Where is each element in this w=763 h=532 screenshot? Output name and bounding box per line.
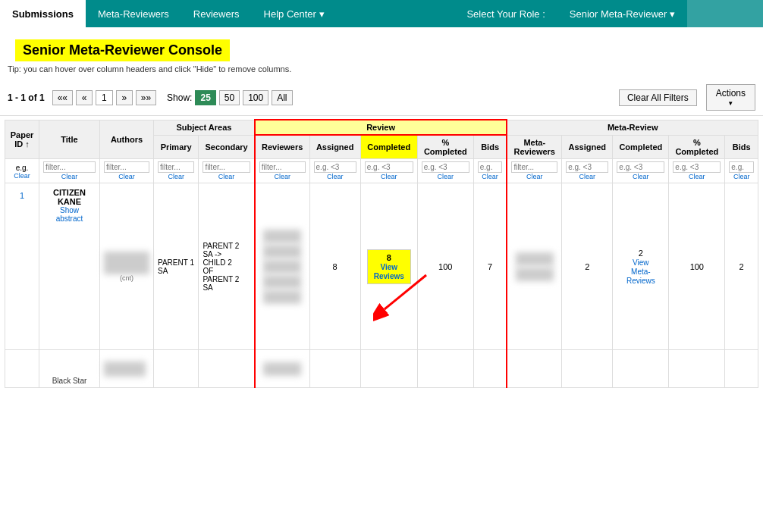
filter-completed-r-cell[interactable]: Clear: [360, 159, 417, 183]
next-page-btn[interactable]: »: [116, 90, 133, 105]
cell-bids-r: 7: [473, 183, 507, 350]
cell-reviewers: [255, 183, 309, 350]
cell-title-2: Black Star: [39, 350, 100, 388]
cell-meta-reviewers: [507, 183, 561, 350]
filter-pct-r-cell[interactable]: Clear: [417, 159, 473, 183]
col-completed-m: Completed: [613, 135, 669, 159]
filter-authors-cell[interactable]: Clear: [100, 159, 154, 183]
nav-meta-reviewers[interactable]: Meta-Reviewers: [86, 0, 181, 27]
filter-bids-m-cell[interactable]: Clear: [725, 159, 758, 183]
first-page-btn[interactable]: ««: [52, 90, 73, 105]
cell-completed-m: 2 ViewMeta-Reviews: [613, 183, 669, 350]
filter-assigned-r-cell[interactable]: Clear: [309, 159, 360, 183]
filter-title-cell[interactable]: Clear: [39, 159, 100, 183]
col-paper-id: PaperID ↑: [5, 120, 39, 159]
filter-primary-input[interactable]: [158, 161, 194, 173]
filter-completed-r-input[interactable]: [365, 161, 413, 173]
cell-assigned-m: 2: [562, 183, 613, 350]
filter-primary-cell[interactable]: Clear: [154, 159, 199, 183]
filter-bids-m-input[interactable]: [729, 161, 754, 173]
paper-title: CITIZENKANE: [43, 188, 96, 206]
filter-secondary-input[interactable]: [203, 161, 250, 173]
nav-role-label: Select Your Role :: [454, 0, 557, 27]
filter-bids-r-input[interactable]: [478, 161, 503, 173]
col-group-meta-review: Meta-Review: [507, 120, 758, 135]
cell-primary-2: [154, 350, 199, 388]
pct-m-value: 100: [690, 262, 704, 271]
last-page-btn[interactable]: »»: [136, 90, 156, 105]
nav-user-area[interactable]: [687, 0, 763, 27]
cell-meta-reviewers-2: [507, 350, 561, 388]
submissions-table: PaperID ↑ Title Authors Subject Areas Re…: [5, 119, 758, 388]
filter-assigned-m-cell[interactable]: Clear: [562, 159, 613, 183]
filter-assigned-r-input[interactable]: [314, 161, 356, 173]
cell-title: CITIZENKANE Showabstract: [39, 183, 100, 350]
view-meta-reviews-link[interactable]: ViewMeta-Reviews: [626, 258, 655, 285]
assigned-m-value: 2: [585, 262, 589, 271]
filter-completed-m-input[interactable]: [617, 161, 664, 173]
page-num-btn[interactable]: 1: [96, 90, 113, 105]
cell-bids-m-2: [725, 350, 758, 388]
col-authors: Authors: [100, 120, 154, 159]
actions-btn[interactable]: Actions ▼: [706, 84, 755, 111]
show-50-btn[interactable]: 50: [219, 90, 240, 105]
cell-pct-r: 100: [417, 183, 473, 350]
filter-pct-m-cell[interactable]: Clear: [669, 159, 725, 183]
view-reviews-link[interactable]: ViewReviews: [374, 263, 404, 280]
filter-paper-id: e.g. Clear: [5, 159, 39, 183]
cell-assigned-r-2: [309, 350, 360, 388]
filter-secondary-cell[interactable]: Clear: [199, 159, 255, 183]
main-table-wrapper: PaperID ↑ Title Authors Subject Areas Re…: [0, 116, 763, 391]
cell-assigned-m-2: [562, 350, 613, 388]
cell-assigned-r: 8: [309, 183, 360, 350]
tip-text: Tip: you can hover over column headers a…: [8, 64, 755, 74]
paper-id-link[interactable]: 1: [20, 191, 24, 200]
page-title: Senior Meta-Reviewer Console: [15, 39, 230, 61]
page-range: 1 - 1 of 1: [8, 92, 45, 103]
filter-meta-reviewers-cell[interactable]: Clear: [507, 159, 561, 183]
show-all-btn[interactable]: All: [272, 90, 292, 105]
show-25-btn[interactable]: 25: [195, 90, 215, 105]
nav-submissions[interactable]: Submissions: [0, 0, 86, 27]
nav-role-value[interactable]: Senior Meta-Reviewer ▾: [557, 0, 687, 27]
cell-completed-r-2: [360, 350, 417, 388]
col-meta-reviewers: Meta-Reviewers: [507, 135, 561, 159]
completed-m-value: 2: [639, 249, 643, 258]
show-100-btn[interactable]: 100: [243, 90, 268, 105]
col-reviewers: Reviewers: [255, 135, 309, 159]
filter-assigned-m-input[interactable]: [566, 161, 608, 173]
filter-row: e.g. Clear Clear Clear Clear Clear: [5, 159, 758, 183]
show-abstract-link[interactable]: Showabstract: [43, 206, 96, 223]
filter-bids-r-cell[interactable]: Clear: [473, 159, 507, 183]
col-group-subject-areas: Subject Areas: [154, 120, 255, 135]
cell-pct-m: 100: [669, 183, 725, 350]
col-bids-m: Bids: [725, 135, 758, 159]
actions-dropdown[interactable]: Actions ▼: [706, 84, 755, 111]
cell-completed-m-2: [613, 350, 669, 388]
filter-completed-m-cell[interactable]: Clear: [613, 159, 669, 183]
pct-r-value: 100: [438, 262, 452, 271]
filter-meta-reviewers-input[interactable]: [511, 161, 557, 173]
filter-authors-input[interactable]: [104, 161, 149, 173]
filter-pct-r-input[interactable]: [422, 161, 469, 173]
filter-pct-m-input[interactable]: [673, 161, 721, 173]
cell-primary-sa: PARENT 1 SA: [154, 183, 199, 350]
cell-completed-r: 8 ViewReviews: [360, 183, 417, 350]
col-secondary: Secondary: [199, 135, 255, 159]
filter-reviewers-input[interactable]: [259, 161, 306, 173]
prev-page-btn[interactable]: «: [76, 90, 93, 105]
pagination-bar: 1 - 1 of 1 «« « 1 » »» Show: 25 50 100 A…: [0, 80, 763, 116]
col-primary: Primary: [154, 135, 199, 159]
show-label: Show:: [167, 92, 192, 103]
col-assigned-m: Assigned: [562, 135, 613, 159]
nav-reviewers[interactable]: Reviewers: [181, 0, 252, 27]
filter-reviewers-cell[interactable]: Clear: [255, 159, 309, 183]
cell-secondary-2: [199, 350, 255, 388]
cell-paper-id[interactable]: 1: [5, 183, 39, 350]
col-title: Title: [39, 120, 100, 159]
table-row: Black Star: [5, 350, 758, 388]
cell-bids-m: 2: [725, 183, 758, 350]
filter-title-input[interactable]: [43, 161, 96, 173]
clear-filters-btn[interactable]: Clear All Filters: [619, 89, 697, 106]
nav-help-center[interactable]: Help Center ▾: [252, 0, 337, 27]
